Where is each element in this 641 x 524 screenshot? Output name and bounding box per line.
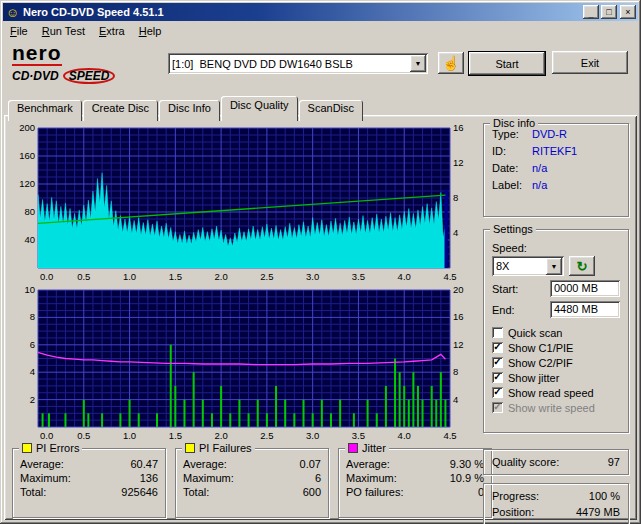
checkbox-icon: ✓ <box>492 357 503 368</box>
svg-text:4: 4 <box>30 366 35 377</box>
pi-errors-swatch <box>22 443 32 453</box>
tab-disc-info[interactable]: Disc Info <box>159 100 220 121</box>
start-position-input[interactable]: 0000 MB <box>550 280 620 297</box>
svg-text:2.5: 2.5 <box>260 271 273 282</box>
jitter-swatch <box>348 443 358 453</box>
svg-text:8: 8 <box>453 366 458 377</box>
menu-extra[interactable]: Extra <box>92 23 132 39</box>
svg-text:4: 4 <box>453 394 458 405</box>
pi-failures-swatch <box>185 443 195 453</box>
exit-button[interactable]: Exit <box>552 51 628 74</box>
disc-quality-page: 20016012080401612840.00.51.01.52.02.53.0… <box>4 115 637 520</box>
logo-speed-text: SPEED <box>63 68 116 84</box>
refresh-icon: ↻ <box>577 259 588 274</box>
pi-failures-title: PI Failures <box>199 442 252 454</box>
speed-select-value: 8X <box>492 260 546 272</box>
speed-select-arrow[interactable]: ▼ <box>546 258 562 275</box>
drive-select-arrow[interactable]: ▼ <box>410 55 426 72</box>
jitter-title: Jitter <box>362 442 386 454</box>
quality-score-label: Quality score: <box>492 456 559 468</box>
close-button[interactable]: × <box>620 5 636 19</box>
svg-text:8: 8 <box>453 192 458 203</box>
menu-run-test[interactable]: Run Test <box>35 23 92 39</box>
tab-scandisc[interactable]: ScanDisc <box>299 100 363 121</box>
disc-info-title: Disc info <box>490 117 538 129</box>
pi-failures-jitter-chart: 108642201612840.00.51.01.52.02.53.03.54.… <box>10 285 480 442</box>
svg-text:2.0: 2.0 <box>215 271 228 282</box>
window-title: Nero CD-DVD Speed 4.51.1 <box>20 6 581 18</box>
checkbox-show-c2-pif[interactable]: ✓Show C2/PIF <box>484 354 628 369</box>
tab-strip: Benchmark Create Disc Disc Info Disc Qua… <box>8 96 364 121</box>
refresh-button[interactable]: ↻ <box>569 256 595 276</box>
disc-date-row: Date:n/a <box>484 158 628 175</box>
svg-text:12: 12 <box>453 339 464 350</box>
position-row: Position:4479 MB <box>484 504 628 520</box>
svg-text:4.5: 4.5 <box>443 430 456 441</box>
svg-text:4.0: 4.0 <box>398 271 411 282</box>
right-column: Disc info Type:DVD-R ID:RITEKF1 Date:n/a… <box>483 121 629 524</box>
stat-panel-pi-errors: PI Errors Average:60.47 Maximum:136 Tota… <box>12 448 166 518</box>
svg-text:10: 10 <box>24 285 35 295</box>
app-icon: ☺ <box>5 5 20 20</box>
disc-info-box: Disc info Type:DVD-R ID:RITEKF1 Date:n/a… <box>483 123 629 217</box>
svg-text:6: 6 <box>30 339 35 350</box>
stat-row: Maximum:10.9 % <box>339 471 491 485</box>
svg-text:120: 120 <box>19 178 35 189</box>
end-position-input[interactable]: 4480 MB <box>550 301 620 318</box>
checkbox-show-c1-pie[interactable]: ✓Show C1/PIE <box>484 339 628 354</box>
svg-text:1.5: 1.5 <box>169 271 182 282</box>
svg-text:3.0: 3.0 <box>306 271 319 282</box>
hand-icon: ☝ <box>442 55 459 71</box>
checkbox-icon: ✓ <box>492 372 503 383</box>
svg-text:8: 8 <box>30 311 35 322</box>
drive-select[interactable]: [1:0] BENQ DVD DD DW1640 BSLB ▼ <box>168 53 428 74</box>
nero-logo: nero CD·DVD SPEED <box>12 42 162 84</box>
stat-panel-jitter: Jitter Average:9.30 % Maximum:10.9 % PO … <box>338 448 492 518</box>
checkbox-icon <box>492 327 503 338</box>
pi-errors-title: PI Errors <box>36 442 79 454</box>
checkbox-show-read-speed[interactable]: ✓Show read speed <box>484 384 628 399</box>
speed-select[interactable]: 8X ▼ <box>492 256 564 276</box>
svg-text:16: 16 <box>453 123 464 133</box>
progress-row: Progress:100 % <box>484 488 628 504</box>
svg-text:3.0: 3.0 <box>306 430 319 441</box>
nero-logo-text: nero <box>12 42 62 66</box>
menu-file[interactable]: File <box>3 23 35 39</box>
menu-help[interactable]: Help <box>132 23 169 39</box>
svg-text:40: 40 <box>24 234 35 245</box>
end-position-label: End: <box>492 304 515 316</box>
speed-row: Speed:8.33X <box>484 520 628 524</box>
stat-row: PO failures:0 <box>339 485 491 499</box>
tab-create-disc[interactable]: Create Disc <box>83 100 158 121</box>
svg-text:200: 200 <box>19 123 35 133</box>
stat-row: Maximum:6 <box>176 471 328 485</box>
tab-benchmark[interactable]: Benchmark <box>8 100 82 121</box>
settings-box: Settings Speed: 8X ▼ ↻ Start: 0000 MB <box>483 229 629 433</box>
stat-row: Average:60.47 <box>13 457 165 471</box>
speed-label: Speed: <box>484 240 628 254</box>
statistics-row: PI Errors Average:60.47 Maximum:136 Tota… <box>12 448 492 518</box>
svg-text:2.0: 2.0 <box>215 430 228 441</box>
pi-errors-chart: 20016012080401612840.00.51.01.52.02.53.0… <box>10 123 480 283</box>
svg-text:3.5: 3.5 <box>352 271 365 282</box>
disc-id-row: ID:RITEKF1 <box>484 141 628 158</box>
svg-text:2: 2 <box>30 394 35 405</box>
stat-row: Average:9.30 % <box>339 457 491 471</box>
tab-disc-quality[interactable]: Disc Quality <box>221 96 298 121</box>
svg-text:0.5: 0.5 <box>77 430 90 441</box>
svg-text:2.5: 2.5 <box>260 430 273 441</box>
maximize-button[interactable]: □ <box>601 5 617 19</box>
svg-text:20: 20 <box>453 285 464 295</box>
checkbox-quick-scan[interactable]: Quick scan <box>484 324 628 339</box>
minimize-button[interactable]: _ <box>583 5 599 19</box>
svg-text:0.0: 0.0 <box>40 271 53 282</box>
stat-panel-pi-failures: PI Failures Average:0.07 Maximum:6 Total… <box>175 448 329 518</box>
svg-text:0.0: 0.0 <box>40 430 53 441</box>
logo-cddvd-text: CD·DVD <box>12 70 59 82</box>
checkbox-show-jitter[interactable]: ✓Show jitter <box>484 369 628 384</box>
svg-text:0.5: 0.5 <box>77 271 90 282</box>
checkbox-show-write-speed: ✓Show write speed <box>484 399 628 414</box>
start-button[interactable]: Start <box>468 51 546 76</box>
svg-text:16: 16 <box>453 311 464 322</box>
eject-button[interactable]: ☝ <box>438 52 464 74</box>
